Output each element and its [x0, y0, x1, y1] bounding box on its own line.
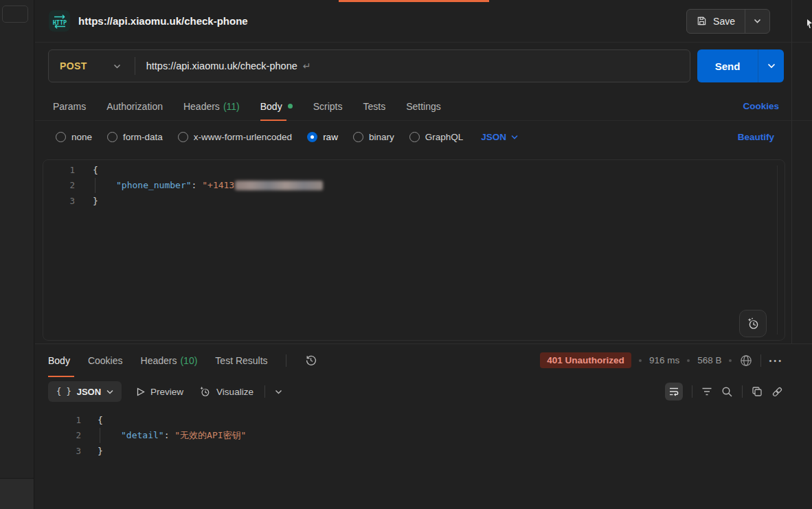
status-badge: 401 Unauthorized	[540, 352, 631, 368]
code-line[interactable]: 3 }	[35, 443, 812, 459]
network-info-button[interactable]	[739, 354, 753, 367]
wrap-text-button[interactable]	[665, 383, 683, 400]
radio-binary[interactable]: binary	[353, 132, 394, 142]
raw-format-selector[interactable]: JSON	[481, 132, 518, 142]
json-colon: :	[164, 430, 175, 440]
headers-count-badge: (11)	[223, 101, 240, 112]
body-mode-bar: none form-data x-www-form-urlencoded raw…	[35, 122, 812, 151]
url-input[interactable]: https://api.xiaomu.uk/check-phone	[146, 60, 297, 71]
response-tab-headers[interactable]: Headers(10)	[141, 344, 198, 376]
radio-circle-icon[interactable]	[178, 132, 188, 142]
indent-guide	[100, 428, 121, 444]
response-status-cluster: 401 Unauthorized 916 ms 568 B •••	[540, 352, 783, 368]
response-toolbar: { } JSON Preview Visualize	[35, 376, 812, 407]
active-tab-underline	[260, 120, 286, 121]
response-body-editor[interactable]: 1 { 2 "detail" : "无效的API密钥" 3 }	[35, 407, 812, 459]
tab-tests[interactable]: Tests	[363, 92, 385, 120]
json-key: "phone_number"	[116, 180, 192, 190]
radio-none[interactable]: none	[56, 132, 92, 142]
separator-dot	[729, 359, 732, 362]
search-button[interactable]	[721, 386, 733, 398]
chevron-down-icon	[767, 63, 776, 69]
save-options-button[interactable]	[745, 10, 769, 33]
code-line[interactable]: 3 }	[43, 193, 785, 209]
radio-form-data[interactable]: form-data	[107, 132, 163, 142]
divider	[692, 385, 692, 398]
code-line[interactable]: 2 "phone_number" : "+1413	[43, 178, 785, 194]
link-icon	[771, 386, 783, 398]
play-outline-icon	[137, 387, 145, 396]
code-line[interactable]: 1 {	[43, 162, 785, 178]
method-selector-chevron[interactable]	[113, 64, 121, 69]
filter-button[interactable]	[701, 387, 712, 396]
request-url-bar: POST https://api.xiaomu.uk/check-phone ↵	[48, 49, 690, 82]
line-number: 2	[35, 430, 81, 440]
radio-circle-icon[interactable]	[107, 132, 117, 142]
redacted-phone-number	[235, 181, 323, 190]
visualize-button[interactable]: Visualize	[199, 385, 253, 398]
sidebar-collapsed-item[interactable]	[2, 5, 28, 23]
indent-guide	[95, 178, 116, 194]
save-icon	[697, 16, 707, 26]
radio-selected-icon[interactable]	[307, 132, 317, 142]
left-sidebar-rail	[0, 0, 34, 509]
request-header-bar: HTTP https://api.xiaomu.uk/check-phone S…	[35, 0, 812, 43]
more-options-button[interactable]: •••	[769, 357, 783, 365]
postbot-button[interactable]	[739, 310, 767, 337]
chevron-down-icon	[511, 135, 518, 139]
radio-circle-icon[interactable]	[56, 132, 66, 142]
response-history-button[interactable]	[304, 354, 317, 367]
response-tabs-bar: Body Cookies Headers(10) Test Results 40…	[35, 344, 812, 376]
line-number: 1	[35, 415, 81, 425]
tab-scripts[interactable]: Scripts	[313, 92, 343, 120]
cookies-link[interactable]: Cookies	[743, 101, 779, 111]
response-format-button[interactable]: { } JSON	[48, 381, 122, 402]
send-button[interactable]: Send	[697, 49, 784, 82]
response-headers-count-badge: (10)	[180, 355, 197, 366]
response-tab-cookies[interactable]: Cookies	[88, 344, 123, 376]
beautify-link[interactable]: Beautify	[738, 132, 774, 142]
http-method-icon: HTTP	[49, 10, 70, 32]
chevron-down-icon	[275, 389, 282, 394]
response-time: 916 ms	[649, 355, 679, 365]
close-brace: }	[98, 446, 103, 456]
tab-authorization[interactable]: Authorization	[106, 92, 163, 120]
copy-button[interactable]	[752, 386, 763, 397]
tab-params[interactable]: Params	[53, 92, 86, 120]
send-options-button[interactable]	[758, 49, 784, 82]
tab-headers[interactable]: Headers(11)	[183, 92, 240, 120]
code-line[interactable]: 2 "detail" : "无效的API密钥"	[35, 428, 812, 444]
response-tab-body[interactable]: Body	[48, 344, 70, 376]
share-link-button[interactable]	[771, 386, 783, 398]
more-view-options-chevron[interactable]	[275, 389, 282, 394]
line-number: 1	[43, 165, 75, 175]
method-selector[interactable]: POST	[60, 60, 87, 71]
send-button-label[interactable]: Send	[697, 49, 758, 82]
radio-graphql[interactable]: GraphQL	[409, 132, 464, 142]
request-body-editor[interactable]: 1 { 2 "phone_number" : "+1413 3 }	[43, 159, 785, 341]
response-panel: Body Cookies Headers(10) Test Results 40…	[35, 343, 812, 509]
sparkle-ball-icon	[199, 385, 211, 398]
response-tab-test-results[interactable]: Test Results	[215, 344, 267, 376]
preview-button[interactable]: Preview	[137, 387, 183, 397]
code-line[interactable]: 1 {	[35, 412, 812, 428]
radio-circle-icon[interactable]	[409, 132, 420, 142]
radio-raw[interactable]: raw	[307, 132, 338, 142]
radio-x-www-form-urlencoded[interactable]: x-www-form-urlencoded	[178, 132, 292, 142]
divider	[264, 385, 265, 398]
save-button-label: Save	[713, 16, 735, 27]
svg-text:HTTP: HTTP	[52, 19, 66, 25]
sidebar-footer	[0, 478, 34, 509]
radio-circle-icon[interactable]	[353, 132, 363, 142]
return-key-icon: ↵	[303, 60, 311, 71]
save-button[interactable]: Save	[686, 9, 770, 34]
editor-scrollbar-track[interactable]	[777, 166, 778, 335]
line-number: 2	[43, 180, 75, 190]
json-value-visible: "+1413	[202, 180, 234, 190]
chevron-down-icon	[754, 19, 761, 23]
response-size: 568 B	[697, 355, 721, 365]
json-key: "detail"	[121, 430, 164, 440]
panel-right-divider	[791, 0, 792, 343]
tab-body[interactable]: Body	[260, 92, 293, 120]
tab-settings[interactable]: Settings	[406, 92, 441, 120]
